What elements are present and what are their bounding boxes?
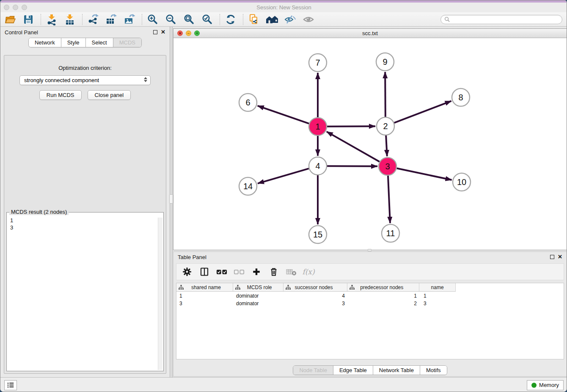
- refresh-button[interactable]: [223, 13, 238, 26]
- columns-icon: [200, 267, 209, 276]
- tab-mcds[interactable]: MCDS: [113, 38, 141, 47]
- toolbar-separator: [142, 14, 142, 25]
- export-network-button[interactable]: [86, 13, 100, 26]
- close-panel-icon[interactable]: ✕: [161, 30, 165, 34]
- mcds-result-group: MCDS result (2 nodes) 1 3: [6, 212, 164, 371]
- cell-successor-nodes: 4: [284, 293, 348, 299]
- minimize-network-button[interactable]: −: [186, 30, 191, 36]
- dropdown-value: strongly connected component: [24, 77, 99, 83]
- network-window-titlebar[interactable]: ✕ − ＋ scc.txt: [173, 29, 567, 38]
- application-window: Session: New Session: [0, 0, 567, 392]
- zoom-out-button[interactable]: [164, 13, 178, 26]
- show-columns-button[interactable]: [199, 266, 210, 277]
- zoom-fit-button[interactable]: [182, 13, 196, 26]
- graph-edge-1-6[interactable]: [258, 106, 309, 124]
- graph-node-4[interactable]: 4: [309, 157, 327, 175]
- tab-edge-table[interactable]: Edge Table: [333, 366, 373, 375]
- network-overview-button[interactable]: [265, 13, 279, 26]
- node-table[interactable]: shared name MCDS role successor nodes pr…: [176, 283, 564, 359]
- graph-edge-4-3[interactable]: [327, 166, 377, 166]
- panel-splitter-grip[interactable]: [169, 194, 173, 204]
- close-network-button[interactable]: ✕: [177, 30, 183, 36]
- column-header-predecessor-nodes[interactable]: predecessor nodes: [347, 283, 419, 291]
- graph-node-6[interactable]: 6: [239, 94, 257, 111]
- zoom-selected-icon: [201, 14, 213, 25]
- mcds-result-list[interactable]: 1 3: [8, 213, 157, 370]
- create-column-button[interactable]: [251, 266, 262, 277]
- graph-node-14[interactable]: 14: [239, 177, 257, 195]
- save-session-button[interactable]: [21, 13, 36, 26]
- graph-node-15[interactable]: 15: [309, 226, 327, 243]
- graph-node-10[interactable]: 10: [453, 173, 471, 191]
- tab-node-table[interactable]: Node Table: [293, 366, 333, 375]
- optimization-criterion-dropdown[interactable]: strongly connected component: [19, 75, 151, 85]
- import-network-button[interactable]: [44, 13, 59, 26]
- tab-network[interactable]: Network: [29, 38, 61, 47]
- float-table-panel-icon[interactable]: [550, 255, 554, 259]
- show-hidden-button[interactable]: [301, 13, 316, 26]
- delete-table-button[interactable]: [286, 266, 297, 277]
- mcds-panel: Optimization criterion: strongly connect…: [4, 55, 166, 374]
- graph-edges: [258, 72, 452, 224]
- zoom-out-icon: [165, 14, 177, 25]
- unselect-all-columns-button[interactable]: [234, 266, 245, 277]
- export-image-button[interactable]: [122, 13, 137, 26]
- network-window-title: scc.txt: [173, 30, 567, 36]
- zoom-in-button[interactable]: [146, 13, 160, 26]
- zoom-network-button[interactable]: ＋: [194, 30, 200, 36]
- graph-edge-3-1[interactable]: [327, 132, 380, 162]
- tab-style[interactable]: Style: [61, 38, 86, 47]
- float-panel-icon[interactable]: [153, 30, 157, 34]
- search-input[interactable]: [451, 17, 559, 22]
- graph-node-3[interactable]: 3: [379, 157, 396, 175]
- delete-column-button[interactable]: [268, 266, 279, 277]
- column-header-name[interactable]: name: [419, 283, 455, 291]
- unchecked-boxes-icon: [234, 269, 245, 275]
- network-splitter-grip[interactable]: [368, 249, 372, 251]
- column-header-shared-name[interactable]: shared name: [176, 283, 233, 291]
- column-header-successor-nodes[interactable]: successor nodes: [284, 283, 348, 291]
- open-file-button[interactable]: [3, 13, 17, 26]
- graph-edge-3-11[interactable]: [388, 176, 390, 223]
- svg-text:15: 15: [313, 230, 322, 239]
- clone-network-button[interactable]: [247, 13, 261, 26]
- task-history-button[interactable]: [4, 380, 17, 390]
- import-table-button[interactable]: [63, 13, 77, 26]
- graph-node-2[interactable]: 2: [377, 117, 394, 135]
- table-row[interactable]: 1 dominator 4 1 1: [176, 293, 456, 299]
- graph-edge-1-2[interactable]: [327, 126, 375, 127]
- graph-node-11[interactable]: 11: [382, 224, 399, 242]
- graph-edge-3-10[interactable]: [397, 168, 452, 180]
- result-scrollbar[interactable]: [158, 218, 162, 370]
- export-table-button[interactable]: [104, 13, 118, 26]
- column-header-mcds-role[interactable]: MCDS role: [233, 283, 284, 291]
- cell-predecessor-nodes: 1: [348, 293, 420, 299]
- select-all-columns-button[interactable]: [216, 266, 227, 277]
- optimization-criterion-label: Optimization criterion:: [58, 65, 112, 71]
- close-panel-button[interactable]: Close panel: [88, 90, 131, 100]
- network-canvas[interactable]: 7968124314101511: [173, 38, 567, 250]
- run-mcds-button[interactable]: Run MCDS: [39, 90, 82, 100]
- hide-selected-button[interactable]: [283, 13, 297, 26]
- graph-node-7[interactable]: 7: [309, 54, 327, 72]
- graph-edge-2-3[interactable]: [386, 135, 387, 156]
- tab-network-table[interactable]: Network Table: [373, 366, 420, 375]
- table-row[interactable]: 3 dominator 3 2 3: [176, 300, 456, 307]
- tab-motifs[interactable]: Motifs: [420, 366, 447, 375]
- memory-button[interactable]: Memory: [527, 380, 564, 390]
- zoom-selected-button[interactable]: [200, 13, 215, 26]
- graph-node-8[interactable]: 8: [452, 88, 470, 106]
- svg-text:10: 10: [457, 177, 466, 187]
- table-panel-title: Table Panel: [178, 254, 550, 260]
- search-box[interactable]: [440, 15, 562, 24]
- graph-edge-2-9[interactable]: [385, 72, 385, 117]
- function-builder-button[interactable]: f(x): [303, 266, 314, 277]
- table-settings-button[interactable]: [182, 266, 193, 277]
- memory-label: Memory: [539, 382, 559, 388]
- close-table-panel-icon[interactable]: ✕: [558, 255, 562, 259]
- graph-node-9[interactable]: 9: [376, 53, 394, 71]
- tab-select[interactable]: Select: [86, 38, 113, 47]
- graph-edge-2-8[interactable]: [394, 101, 451, 123]
- graph-edge-4-14[interactable]: [258, 168, 309, 183]
- graph-node-1[interactable]: 1: [309, 118, 327, 135]
